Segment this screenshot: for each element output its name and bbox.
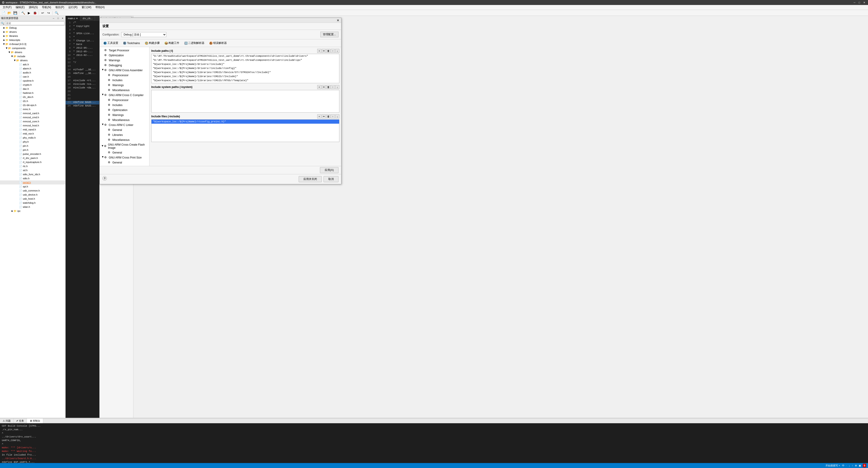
tree-item-watchdog-h[interactable]: 📄 watchdog.h	[0, 201, 65, 205]
new-btn[interactable]: 📄	[1, 11, 6, 15]
edit-include-file-btn[interactable]: ✏	[322, 115, 326, 119]
stree-c-linker[interactable]: ▶ ⚙ Cross ARM C Linker	[100, 123, 149, 127]
tree-item-can-h[interactable]: 📄 can.h	[0, 74, 65, 79]
tree-item-sd-h[interactable]: 📄 sd.h	[0, 168, 65, 172]
stree-linker-misc[interactable]: ⚙ Miscellaneous	[100, 137, 149, 143]
move-down-include-path-btn[interactable]: ↓	[335, 49, 339, 53]
tree-item-mmcsd-core-h[interactable]: 📄 mmcsd_core.h	[0, 119, 65, 123]
tree-item-crypto-h[interactable]: 📄 crypto.h	[0, 83, 65, 87]
move-down-include-file-btn[interactable]: ↓	[335, 115, 339, 119]
tree-item-phy-mdio-h[interactable]: 📄 phy_mdio.h	[0, 136, 65, 140]
tree-item-rt-drv-pwm-h[interactable]: 📄 rt_drv_pwm.h	[0, 156, 65, 160]
redo-btn[interactable]: ↪	[46, 11, 51, 15]
apply-close-btn[interactable]: 应用并关闭	[299, 176, 322, 182]
tree-item-cputime-h[interactable]: 📄 cputime.h	[0, 79, 65, 83]
dialog-close-btn[interactable]: ✕	[337, 19, 339, 22]
tree-item-drivers-l3[interactable]: ▶ 📂 drivers	[0, 50, 65, 54]
maximize-panel-btn[interactable]: □	[56, 17, 60, 20]
tree-item-i2c-h[interactable]: 📄 i2c.h	[0, 99, 65, 103]
stree-assembler-misc[interactable]: ⚙ Miscellaneous	[100, 88, 149, 93]
close-panel-btn[interactable]: ✕	[61, 17, 64, 20]
stree-gnu-arm-assembler[interactable]: ▶ ⚙ GNU ARM Cross Assembler	[100, 68, 149, 73]
tree-item-wlan-h[interactable]: 📄 wlan.h	[0, 205, 65, 209]
undo-btn[interactable]: ↩	[40, 11, 45, 15]
tab-error-parser[interactable]: ⚠ 错误解析器	[207, 40, 229, 46]
search-input[interactable]	[5, 22, 64, 25]
close-btn[interactable]: ✕	[862, 1, 866, 4]
stree-print-general[interactable]: ⚙ General	[100, 160, 149, 165]
tree-item-components[interactable]: ▶ 📂 components	[0, 46, 65, 50]
tree-item-dac-h[interactable]: 📄 dac.h	[0, 87, 65, 91]
debug-btn[interactable]: 🐞	[32, 11, 37, 15]
tree-item-pulse-encoder-h[interactable]: 📄 pulse_encoder.h	[0, 152, 65, 156]
menu-file[interactable]: 文件(F)	[1, 5, 13, 10]
tree-item-i2c-dev-h[interactable]: 📄 i2c_dev.h	[0, 95, 65, 99]
menu-window[interactable]: 窗口(W)	[80, 5, 93, 10]
stree-cc-optimization[interactable]: ⚙ Optimization	[100, 107, 149, 113]
include-paths-list[interactable]: "D:\RT-ThreadStudio\workspace\STM32H743i…	[151, 54, 339, 83]
stree-assembler-preprocessor[interactable]: ⚙ Preprocessor	[100, 73, 149, 78]
add-include-file-btn[interactable]: +	[317, 115, 321, 119]
tree-item-spi-h[interactable]: 📄 spi.h	[0, 185, 65, 189]
menu-project[interactable]: 项目(P)	[53, 5, 66, 10]
tree-item-sdio-h[interactable]: 📄 sdio.h	[0, 176, 65, 180]
minimize-btn[interactable]: ─	[853, 1, 857, 4]
stree-debugging[interactable]: ⚙ Debugging	[100, 63, 149, 68]
tree-item-mmc-h[interactable]: 📄 mmc.h	[0, 107, 65, 111]
stree-linker-general[interactable]: ⚙ General	[100, 127, 149, 132]
include-path-item-4[interactable]: "${workspace_loc:/${ProjName}/libraries/…	[152, 70, 339, 74]
menu-edit[interactable]: 编辑(E)	[14, 5, 27, 10]
tree-item-phy-h[interactable]: 📄 phy.h	[0, 140, 65, 144]
tree-item-libraries[interactable]: ▶ 📁 libraries	[0, 34, 65, 38]
tree-item-usb-common-h[interactable]: 📄 usb_common.h	[0, 189, 65, 193]
include-path-item-0[interactable]: "D:\RT-ThreadStudio\workspace\STM32H743i…	[152, 54, 339, 58]
stree-assembler-warnings[interactable]: ⚙ Warnings	[100, 83, 149, 88]
cancel-btn[interactable]: 取消	[323, 176, 338, 182]
tree-item-adc-h[interactable]: 📄 adc.h	[0, 62, 65, 66]
tree-item-serial-h[interactable]: 📄 serial.h	[0, 180, 65, 185]
include-path-item-3[interactable]: "${workspace_loc:/${ProjName}/drivers//i…	[152, 66, 339, 70]
tree-item-rt-inputcapture-h[interactable]: 📄 rt_inputcapture.h	[0, 160, 65, 164]
tree-item-ipc[interactable]: ▶ 📁 ipc	[0, 209, 65, 213]
include-file-item-0[interactable]: "${workspace_loc:/${ProjName}/rtconfig_p…	[152, 120, 339, 124]
tree-item-drivers-root[interactable]: ▶ 📁 drivers	[0, 30, 65, 34]
tab-build-artifact[interactable]: 📦 构建工件	[162, 40, 181, 46]
menu-nav[interactable]: 导航(N)	[40, 5, 53, 10]
tree-item-debug[interactable]: ▶ 📁 Debug	[0, 26, 65, 30]
tab-toolchains[interactable]: ⛓ Toolchains	[121, 41, 142, 46]
move-up-system-path-btn[interactable]: ↑	[331, 85, 335, 89]
stree-cc-preprocessor[interactable]: ⚙ Preprocessor	[100, 98, 149, 103]
tree-item-pm-h[interactable]: 📄 pm.h	[0, 148, 65, 152]
move-up-include-path-btn[interactable]: ↑	[331, 49, 335, 53]
tree-item-sdio-func-h[interactable]: 📄 sdio_func_ids.h	[0, 172, 65, 176]
include-path-item-6[interactable]: "${workspace_loc:/${ProjName}/libraries/…	[152, 79, 339, 83]
menu-run[interactable]: 运行(R)	[66, 5, 80, 10]
include-files-list[interactable]: "${workspace_loc:/${ProjName}/rtconfig_p…	[151, 119, 339, 142]
tab-problems[interactable]: ⚠ 问题	[0, 418, 13, 423]
stree-cc-misc[interactable]: ⚙ Miscellaneous	[100, 118, 149, 123]
delete-include-file-btn[interactable]: 🗑	[326, 115, 330, 119]
tree-item-linkscripts[interactable]: ▶ 📁 linkscripts	[0, 38, 65, 42]
tab-binary-parser[interactable]: 🔢 二进制解析器	[182, 40, 207, 46]
tab-build-steps[interactable]: 🔧 构建步骤	[143, 40, 162, 46]
stree-linker-libs[interactable]: ⚙ Libraries	[100, 132, 149, 137]
run-btn[interactable]: ▶	[27, 11, 31, 15]
menu-help[interactable]: 帮助(H)	[94, 5, 106, 10]
build-btn[interactable]: 🔨	[21, 11, 26, 15]
manage-config-button[interactable]: 管理配置...	[320, 32, 338, 37]
tree-item-audio-h[interactable]: 📄 audio.h	[0, 70, 65, 74]
config-dropdown[interactable]: Debug [ 活动 ]	[121, 32, 166, 37]
help-btn[interactable]: ?	[102, 176, 107, 181]
include-path-item-5[interactable]: "${workspace_loc:/${ProjName}/libraries/…	[152, 74, 339, 79]
edit-include-path-btn[interactable]: ✏	[322, 49, 326, 53]
tree-item-usb-host-h[interactable]: 📄 usb_host.h	[0, 197, 65, 201]
stree-flash-general[interactable]: ⚙ General	[100, 150, 149, 155]
code-area[interactable]: 1 /* 2 * Copyright 3 * 4 * SPDX-Lice... …	[66, 21, 99, 463]
apply-only-btn[interactable]: 应用(A)	[320, 167, 338, 173]
tree-item-rtc-h[interactable]: 📄 rtc.h	[0, 164, 65, 168]
stree-assembler-includes[interactable]: ⚙ Includes	[100, 78, 149, 83]
tree-item-usb-device-h[interactable]: 📄 usb_device.h	[0, 193, 65, 197]
tree-item-alarm-h[interactable]: 📄 alarm.h	[0, 66, 65, 70]
tree-item-mmcsd-cmd-h[interactable]: 📄 mmcsd_cmd.h	[0, 115, 65, 119]
stree-warnings[interactable]: ⚙ Warnings	[100, 58, 149, 63]
